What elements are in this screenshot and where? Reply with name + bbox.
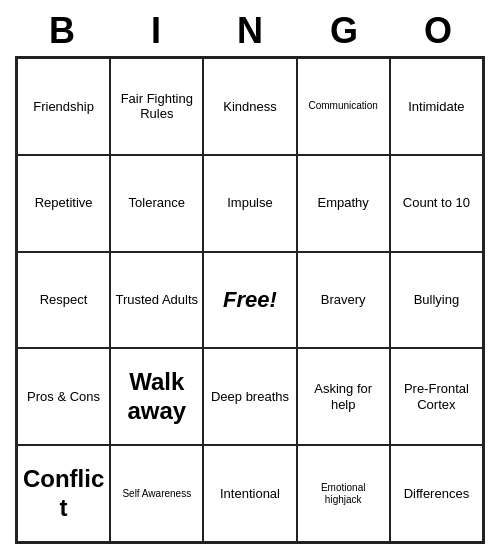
bingo-cell[interactable]: Empathy — [297, 155, 390, 252]
letter-n: N — [206, 10, 294, 52]
bingo-cell[interactable]: Trusted Adults — [110, 252, 203, 349]
bingo-cell[interactable]: Kindness — [203, 58, 296, 155]
bingo-cell[interactable]: Tolerance — [110, 155, 203, 252]
bingo-cell[interactable]: Pre-Frontal Cortex — [390, 348, 483, 445]
bingo-cell[interactable]: Communication — [297, 58, 390, 155]
bingo-header: B I N G O — [15, 0, 485, 56]
bingo-cell[interactable]: Repetitive — [17, 155, 110, 252]
bingo-cell[interactable]: Impulse — [203, 155, 296, 252]
bingo-cell[interactable]: Bullying — [390, 252, 483, 349]
bingo-cell[interactable]: Walk away — [110, 348, 203, 445]
bingo-cell[interactable]: Deep breaths — [203, 348, 296, 445]
letter-b: B — [18, 10, 106, 52]
bingo-cell[interactable]: Friendship — [17, 58, 110, 155]
letter-g: G — [300, 10, 388, 52]
bingo-cell[interactable]: Respect — [17, 252, 110, 349]
bingo-cell[interactable]: Free! — [203, 252, 296, 349]
bingo-cell[interactable]: Intimidate — [390, 58, 483, 155]
letter-o: O — [394, 10, 482, 52]
bingo-cell[interactable]: Asking for help — [297, 348, 390, 445]
bingo-cell[interactable]: Emotional highjack — [297, 445, 390, 542]
bingo-cell[interactable]: Fair Fighting Rules — [110, 58, 203, 155]
bingo-cell[interactable]: Conflict — [17, 445, 110, 542]
bingo-grid: FriendshipFair Fighting RulesKindnessCom… — [15, 56, 485, 544]
bingo-cell[interactable]: Count to 10 — [390, 155, 483, 252]
bingo-cell[interactable]: Bravery — [297, 252, 390, 349]
letter-i: I — [112, 10, 200, 52]
bingo-cell[interactable]: Intentional — [203, 445, 296, 542]
bingo-cell[interactable]: Self Awareness — [110, 445, 203, 542]
bingo-cell[interactable]: Pros & Cons — [17, 348, 110, 445]
bingo-cell[interactable]: Differences — [390, 445, 483, 542]
